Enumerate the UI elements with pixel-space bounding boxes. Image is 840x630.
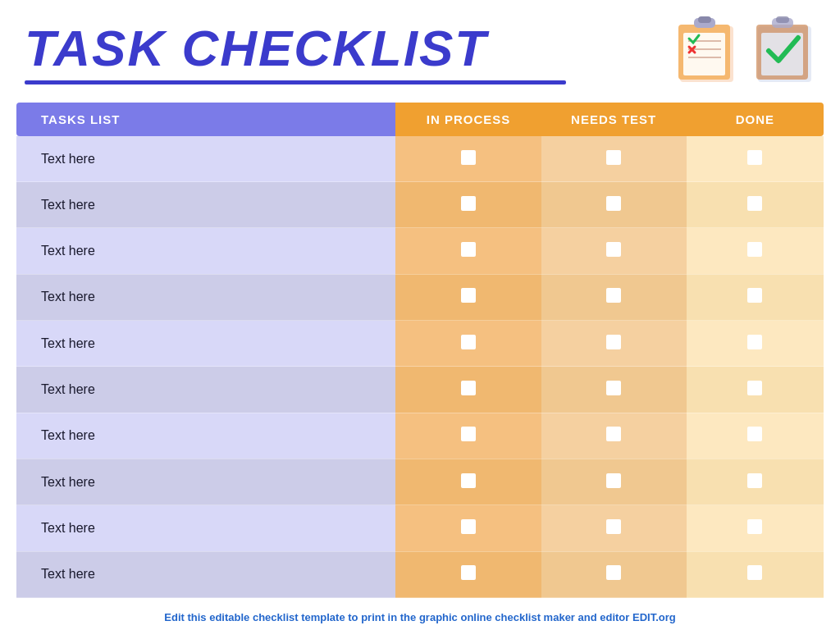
checkbox[interactable]: [747, 381, 762, 395]
needstest-cell[interactable]: [541, 367, 687, 413]
title-underline: [25, 80, 566, 84]
needstest-cell[interactable]: [541, 459, 687, 504]
table-row: Text here: [16, 505, 824, 551]
checkbox[interactable]: [606, 473, 621, 488]
inprocess-cell[interactable]: [395, 228, 541, 274]
col-header-inprocess: IN PROCESS: [395, 103, 541, 136]
inprocess-cell[interactable]: [395, 367, 541, 413]
needstest-cell[interactable]: [541, 505, 687, 551]
table-row: Text here: [16, 274, 824, 320]
icons-block: [676, 15, 815, 93]
checkbox[interactable]: [747, 150, 762, 165]
checklist-table: TASKS LIST IN PROCESS NEEDS TEST DONE Te…: [16, 103, 824, 598]
checkbox[interactable]: [606, 381, 621, 395]
inprocess-cell[interactable]: [395, 274, 541, 320]
title-block: TASK CHECKLIST: [25, 23, 566, 84]
task-cell: Text here: [16, 459, 395, 504]
done-cell[interactable]: [687, 505, 824, 551]
table-row: Text here: [16, 459, 824, 504]
footer: Edit this editable checklist template to…: [0, 605, 840, 630]
svg-rect-14: [776, 16, 789, 23]
inprocess-cell[interactable]: [395, 551, 541, 597]
checkbox[interactable]: [461, 519, 476, 534]
inprocess-cell[interactable]: [395, 459, 541, 504]
table-row: Text here: [16, 136, 824, 182]
task-cell: Text here: [16, 321, 395, 367]
checkbox[interactable]: [747, 242, 762, 257]
footer-text: Edit this editable checklist template to…: [164, 611, 675, 623]
table-header-row: TASKS LIST IN PROCESS NEEDS TEST DONE: [16, 103, 824, 136]
checkbox[interactable]: [461, 288, 476, 303]
table-row: Text here: [16, 413, 824, 459]
done-cell[interactable]: [687, 321, 824, 367]
checkbox[interactable]: [747, 196, 762, 211]
checkbox[interactable]: [606, 150, 621, 165]
checkbox[interactable]: [461, 242, 476, 257]
checkbox[interactable]: [461, 473, 476, 488]
checkbox[interactable]: [747, 288, 762, 303]
checkbox[interactable]: [606, 565, 621, 580]
checkbox[interactable]: [461, 381, 476, 395]
needstest-cell[interactable]: [541, 182, 687, 228]
done-cell[interactable]: [687, 228, 824, 274]
clipboard-x-icon: [676, 15, 737, 84]
task-cell: Text here: [16, 367, 395, 413]
checkbox[interactable]: [461, 150, 476, 165]
table-row: Text here: [16, 228, 824, 274]
done-cell[interactable]: [687, 459, 824, 504]
inprocess-cell[interactable]: [395, 413, 541, 459]
task-cell: Text here: [16, 551, 395, 597]
col-header-needstest: NEEDS TEST: [541, 103, 687, 136]
task-cell: Text here: [16, 136, 395, 182]
checkbox[interactable]: [606, 242, 621, 257]
done-cell[interactable]: [687, 182, 824, 228]
col-header-done: DONE: [687, 103, 824, 136]
checkbox[interactable]: [747, 473, 762, 488]
needstest-cell[interactable]: [541, 136, 687, 182]
done-cell[interactable]: [687, 136, 824, 182]
checkbox[interactable]: [461, 335, 476, 349]
task-cell: Text here: [16, 413, 395, 459]
needstest-cell[interactable]: [541, 274, 687, 320]
header: TASK CHECKLIST: [0, 0, 840, 93]
checkbox[interactable]: [461, 565, 476, 580]
needstest-cell[interactable]: [541, 551, 687, 597]
table-wrapper: TASKS LIST IN PROCESS NEEDS TEST DONE Te…: [0, 93, 840, 605]
inprocess-cell[interactable]: [395, 136, 541, 182]
needstest-cell[interactable]: [541, 228, 687, 274]
table-row: Text here: [16, 551, 824, 597]
inprocess-cell[interactable]: [395, 505, 541, 551]
checkbox[interactable]: [747, 335, 762, 349]
checkbox[interactable]: [606, 196, 621, 211]
table-row: Text here: [16, 182, 824, 228]
checkbox[interactable]: [606, 427, 621, 441]
checkbox[interactable]: [606, 519, 621, 534]
needstest-cell[interactable]: [541, 321, 687, 367]
page-wrapper: TASK CHECKLIST: [0, 0, 840, 630]
inprocess-cell[interactable]: [395, 321, 541, 367]
checkbox[interactable]: [747, 427, 762, 441]
done-cell[interactable]: [687, 413, 824, 459]
checkbox[interactable]: [606, 288, 621, 303]
page-title: TASK CHECKLIST: [25, 23, 566, 74]
checkbox[interactable]: [606, 335, 621, 349]
done-cell[interactable]: [687, 274, 824, 320]
col-header-tasks: TASKS LIST: [16, 103, 395, 136]
task-cell: Text here: [16, 274, 395, 320]
task-cell: Text here: [16, 182, 395, 228]
checkbox[interactable]: [461, 427, 476, 441]
done-cell[interactable]: [687, 367, 824, 413]
needstest-cell[interactable]: [541, 413, 687, 459]
checkbox[interactable]: [747, 519, 762, 534]
svg-rect-4: [698, 16, 711, 23]
done-cell[interactable]: [687, 551, 824, 597]
checkbox[interactable]: [747, 565, 762, 580]
table-row: Text here: [16, 321, 824, 367]
task-cell: Text here: [16, 228, 395, 274]
task-cell: Text here: [16, 505, 395, 551]
inprocess-cell[interactable]: [395, 182, 541, 228]
table-row: Text here: [16, 367, 824, 413]
clipboard-check-icon: [754, 15, 815, 84]
checkbox[interactable]: [461, 196, 476, 211]
